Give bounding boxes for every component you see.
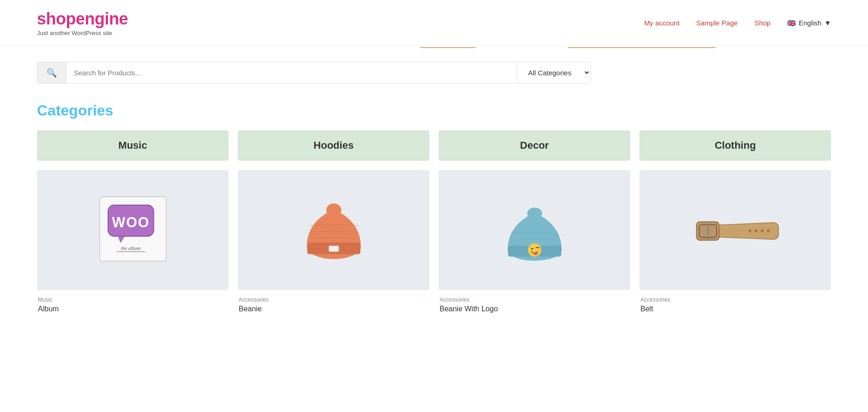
svg-point-20 — [754, 230, 757, 232]
product-info-beanie: Accessories Beanie — [238, 295, 429, 315]
product-image-beanie-logo — [439, 170, 630, 290]
product-card-beanie-logo[interactable]: Accessories Beanie With Logo — [439, 170, 630, 315]
chevron-down-icon: ▼ — [824, 19, 831, 27]
language-selector[interactable]: 🇬🇧 English ▼ — [787, 19, 831, 27]
nav-my-account[interactable]: My account — [644, 19, 680, 27]
beanie-illustration — [292, 188, 375, 272]
product-image-belt — [639, 170, 831, 290]
nav-shop[interactable]: Shop — [754, 19, 771, 27]
nav-underlines — [0, 46, 868, 48]
language-label: English — [799, 19, 821, 27]
category-label-hoodies: Hoodies — [313, 139, 354, 151]
product-category-belt: Accessories — [640, 297, 830, 303]
svg-point-14 — [531, 248, 533, 250]
category-label-clothing: Clothing — [715, 139, 756, 151]
svg-point-15 — [533, 253, 537, 255]
search-button[interactable]: 🔍 — [37, 62, 66, 83]
navigation: My account Sample Page Shop 🇬🇧 English ▼ — [644, 19, 831, 27]
product-category-beanie: Accessories — [239, 297, 428, 303]
svg-rect-9 — [329, 246, 339, 252]
svg-point-7 — [326, 203, 341, 217]
product-name-album: Album — [38, 305, 228, 313]
logo-subtitle: Just another WordPress site — [37, 30, 128, 36]
category-card-hoodies[interactable]: Hoodies — [238, 130, 429, 161]
svg-point-22 — [767, 230, 770, 232]
category-card-clothing[interactable]: Clothing — [639, 130, 831, 161]
search-input[interactable] — [66, 62, 517, 83]
product-name-beanie-logo: Beanie With Logo — [440, 305, 629, 313]
search-icon: 🔍 — [47, 68, 57, 78]
categories-title: Categories — [37, 102, 831, 119]
product-name-beanie: Beanie — [239, 305, 428, 313]
product-card-belt[interactable]: Accessories Belt — [639, 170, 831, 315]
svg-text:WOO: WOO — [112, 214, 150, 230]
product-info-belt: Accessories Belt — [639, 295, 831, 315]
underline-left — [420, 47, 476, 48]
underline-right — [568, 47, 716, 48]
product-grid: WOO the album Music Album — [37, 170, 831, 315]
product-card-beanie[interactable]: Accessories Beanie — [238, 170, 429, 315]
svg-point-11 — [527, 207, 542, 219]
product-name-belt: Belt — [640, 305, 830, 313]
product-category-album: Music — [38, 297, 228, 303]
svg-point-19 — [748, 230, 751, 232]
nav-sample-page[interactable]: Sample Page — [696, 19, 738, 27]
category-label-decor: Decor — [520, 139, 549, 151]
product-card-album[interactable]: WOO the album Music Album — [37, 170, 229, 315]
product-category-beanie-logo: Accessories — [440, 297, 629, 303]
product-image-album: WOO the album — [37, 170, 229, 290]
category-select[interactable]: All Categories Music Hoodies Decor Cloth… — [517, 62, 591, 83]
main-content: Categories Music Hoodies Decor Clothing — [0, 97, 868, 333]
product-info-album: Music Album — [37, 295, 229, 315]
logo[interactable]: shopengine Just another WordPress site — [37, 9, 128, 36]
category-card-music[interactable]: Music — [37, 130, 229, 161]
category-label-music: Music — [118, 139, 147, 151]
category-card-decor[interactable]: Decor — [439, 130, 630, 161]
beanie-logo-illustration — [493, 188, 576, 272]
flag-icon: 🇬🇧 — [787, 19, 796, 27]
logo-title: shopengine — [37, 9, 128, 29]
product-image-beanie — [238, 170, 429, 290]
product-info-beanie-logo: Accessories Beanie With Logo — [439, 295, 630, 315]
search-section: 🔍 All Categories Music Hoodies Decor Clo… — [0, 53, 868, 97]
belt-illustration — [689, 193, 782, 267]
search-bar: 🔍 All Categories Music Hoodies Decor Clo… — [37, 62, 591, 84]
category-grid: Music Hoodies Decor Clothing — [37, 130, 831, 161]
album-illustration: WOO the album — [91, 188, 175, 272]
header: shopengine Just another WordPress site M… — [0, 0, 868, 46]
svg-point-21 — [760, 230, 763, 232]
svg-text:the album: the album — [121, 245, 141, 251]
